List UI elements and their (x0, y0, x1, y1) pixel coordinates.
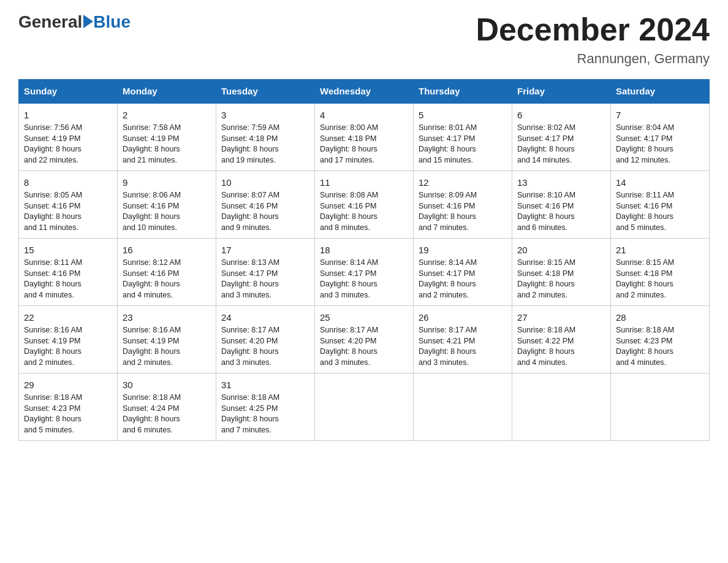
calendar-cell: 21Sunrise: 8:15 AMSunset: 4:18 PMDayligh… (611, 239, 710, 306)
day-number: 17 (221, 243, 309, 256)
calendar-cell: 3Sunrise: 7:59 AMSunset: 4:18 PMDaylight… (216, 103, 315, 171)
day-number: 10 (221, 176, 309, 189)
calendar-cell: 20Sunrise: 8:15 AMSunset: 4:18 PMDayligh… (512, 239, 611, 306)
calendar-cell: 29Sunrise: 8:18 AMSunset: 4:23 PMDayligh… (19, 373, 118, 441)
day-number: 16 (123, 243, 211, 256)
page-header: General Blue December 2024 Rannungen, Ge… (18, 12, 710, 67)
column-header-sunday: Sunday (19, 80, 118, 104)
calendar-cell: 4Sunrise: 8:00 AMSunset: 4:18 PMDaylight… (315, 103, 414, 171)
day-number: 18 (320, 243, 408, 256)
day-number: 22 (24, 311, 112, 324)
calendar-cell: 13Sunrise: 8:10 AMSunset: 4:16 PMDayligh… (512, 171, 611, 239)
day-number: 19 (419, 243, 507, 256)
day-number: 21 (616, 243, 704, 256)
calendar-cell (414, 373, 512, 441)
day-number: 26 (419, 311, 507, 324)
week-row-5: 29Sunrise: 8:18 AMSunset: 4:23 PMDayligh… (19, 373, 710, 441)
column-header-wednesday: Wednesday (315, 80, 414, 104)
day-number: 23 (123, 311, 211, 324)
calendar-cell: 6Sunrise: 8:02 AMSunset: 4:17 PMDaylight… (512, 103, 611, 171)
logo-arrow-icon (83, 15, 93, 28)
day-number: 9 (123, 176, 211, 189)
day-number: 5 (419, 109, 507, 121)
day-number: 28 (616, 311, 704, 324)
day-number: 14 (616, 176, 704, 189)
day-number: 11 (320, 176, 408, 189)
day-number: 2 (123, 109, 211, 121)
calendar-cell: 2Sunrise: 7:58 AMSunset: 4:19 PMDaylight… (118, 103, 216, 171)
day-number: 13 (517, 176, 605, 189)
calendar-cell: 8Sunrise: 8:05 AMSunset: 4:16 PMDaylight… (19, 171, 118, 239)
column-header-thursday: Thursday (414, 80, 512, 104)
week-row-1: 1Sunrise: 7:56 AMSunset: 4:19 PMDaylight… (19, 103, 710, 171)
day-number: 12 (419, 176, 507, 189)
calendar-cell: 19Sunrise: 8:14 AMSunset: 4:17 PMDayligh… (414, 239, 512, 306)
calendar-cell (315, 373, 414, 441)
calendar-cell: 14Sunrise: 8:11 AMSunset: 4:16 PMDayligh… (611, 171, 710, 239)
column-header-monday: Monday (118, 80, 216, 104)
calendar-cell: 11Sunrise: 8:08 AMSunset: 4:16 PMDayligh… (315, 171, 414, 239)
calendar-table: SundayMondayTuesdayWednesdayThursdayFrid… (18, 79, 710, 441)
logo: General Blue (18, 12, 131, 32)
calendar-cell: 15Sunrise: 8:11 AMSunset: 4:16 PMDayligh… (19, 239, 118, 306)
day-number: 31 (221, 378, 309, 391)
day-number: 8 (24, 176, 112, 189)
calendar-header-row: SundayMondayTuesdayWednesdayThursdayFrid… (19, 80, 710, 104)
title-area: December 2024 Rannungen, Germany (476, 12, 710, 67)
calendar-cell: 17Sunrise: 8:13 AMSunset: 4:17 PMDayligh… (216, 239, 315, 306)
calendar-cell: 26Sunrise: 8:17 AMSunset: 4:21 PMDayligh… (414, 306, 512, 373)
day-number: 25 (320, 311, 408, 324)
column-header-tuesday: Tuesday (216, 80, 315, 104)
day-number: 6 (517, 109, 605, 121)
calendar-cell: 1Sunrise: 7:56 AMSunset: 4:19 PMDaylight… (19, 103, 118, 171)
day-number: 24 (221, 311, 309, 324)
day-number: 30 (123, 378, 211, 391)
day-number: 1 (24, 109, 112, 121)
calendar-cell: 30Sunrise: 8:18 AMSunset: 4:24 PMDayligh… (118, 373, 216, 441)
calendar-cell (512, 373, 611, 441)
week-row-4: 22Sunrise: 8:16 AMSunset: 4:19 PMDayligh… (19, 306, 710, 373)
column-header-friday: Friday (512, 80, 611, 104)
day-number: 4 (320, 109, 408, 121)
week-row-3: 15Sunrise: 8:11 AMSunset: 4:16 PMDayligh… (19, 239, 710, 306)
logo-blue-text: Blue (93, 12, 131, 32)
calendar-cell: 7Sunrise: 8:04 AMSunset: 4:17 PMDaylight… (611, 103, 710, 171)
week-row-2: 8Sunrise: 8:05 AMSunset: 4:16 PMDaylight… (19, 171, 710, 239)
calendar-cell: 28Sunrise: 8:18 AMSunset: 4:23 PMDayligh… (611, 306, 710, 373)
logo-general-text: General (18, 12, 82, 32)
calendar-subtitle: Rannungen, Germany (476, 51, 710, 67)
calendar-title: December 2024 (476, 12, 710, 47)
day-number: 20 (517, 243, 605, 256)
column-header-saturday: Saturday (611, 80, 710, 104)
day-number: 27 (517, 311, 605, 324)
calendar-cell: 23Sunrise: 8:16 AMSunset: 4:19 PMDayligh… (118, 306, 216, 373)
calendar-cell: 12Sunrise: 8:09 AMSunset: 4:16 PMDayligh… (414, 171, 512, 239)
day-number: 7 (616, 109, 704, 121)
day-number: 15 (24, 243, 112, 256)
calendar-cell: 5Sunrise: 8:01 AMSunset: 4:17 PMDaylight… (414, 103, 512, 171)
calendar-cell: 16Sunrise: 8:12 AMSunset: 4:16 PMDayligh… (118, 239, 216, 306)
calendar-cell: 25Sunrise: 8:17 AMSunset: 4:20 PMDayligh… (315, 306, 414, 373)
calendar-cell: 31Sunrise: 8:18 AMSunset: 4:25 PMDayligh… (216, 373, 315, 441)
calendar-cell: 10Sunrise: 8:07 AMSunset: 4:16 PMDayligh… (216, 171, 315, 239)
calendar-cell: 22Sunrise: 8:16 AMSunset: 4:19 PMDayligh… (19, 306, 118, 373)
calendar-cell: 9Sunrise: 8:06 AMSunset: 4:16 PMDaylight… (118, 171, 216, 239)
calendar-cell: 18Sunrise: 8:14 AMSunset: 4:17 PMDayligh… (315, 239, 414, 306)
calendar-cell (611, 373, 710, 441)
calendar-cell: 27Sunrise: 8:18 AMSunset: 4:22 PMDayligh… (512, 306, 611, 373)
calendar-cell: 24Sunrise: 8:17 AMSunset: 4:20 PMDayligh… (216, 306, 315, 373)
day-number: 29 (24, 378, 112, 391)
day-number: 3 (221, 109, 309, 121)
